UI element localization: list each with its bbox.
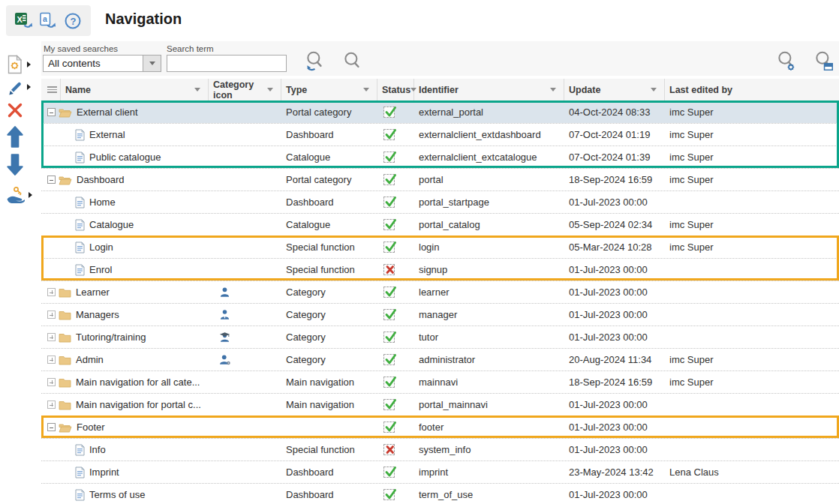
row-status-cell bbox=[377, 152, 414, 163]
row-name-cell: Learner bbox=[41, 286, 209, 298]
new-item-button[interactable] bbox=[6, 55, 31, 74]
document-icon bbox=[75, 129, 85, 141]
edit-button[interactable] bbox=[6, 79, 31, 95]
table-row[interactable]: Enrol Special function signup 01-Jul-202… bbox=[41, 258, 839, 280]
expand-plus-icon[interactable] bbox=[47, 310, 56, 319]
row-status-cell bbox=[377, 422, 414, 433]
filter-arrow-icon[interactable] bbox=[267, 88, 273, 92]
row-type: Dashboard bbox=[281, 489, 377, 500]
table-row[interactable]: Imprint Dashboard imprint 23-May-2024 13… bbox=[41, 460, 839, 483]
dropdown-button[interactable] bbox=[143, 56, 161, 71]
expand-plus-icon[interactable] bbox=[47, 288, 56, 296]
column-header-category-icon[interactable]: Category icon bbox=[209, 79, 281, 100]
folder-icon bbox=[59, 400, 71, 410]
table-row[interactable]: Terms of use Dashboard term_of_use 01-Ju… bbox=[41, 483, 839, 504]
table-row[interactable]: Footer footer 01-Jul-2023 00:00 bbox=[41, 416, 839, 438]
svg-text:a: a bbox=[43, 14, 47, 23]
row-update: 23-May-2024 13:42 bbox=[564, 466, 665, 478]
row-update: 01-Jul-2023 00:00 bbox=[564, 286, 665, 298]
column-header-handle[interactable] bbox=[41, 79, 61, 100]
row-identifier: administrator bbox=[414, 354, 564, 365]
filter-arrow-icon[interactable] bbox=[651, 88, 657, 92]
folder-icon bbox=[59, 332, 71, 343]
table-row[interactable]: External client Portal category external… bbox=[41, 100, 839, 123]
collapse-minus-icon[interactable] bbox=[47, 108, 56, 116]
document-icon bbox=[75, 219, 85, 231]
permissions-button[interactable] bbox=[6, 186, 32, 204]
row-identifier: externalclient_extcatalogue bbox=[414, 152, 564, 163]
table-row[interactable]: Main navigation for portal c... Main nav… bbox=[41, 393, 839, 416]
saved-searches-value: All contents bbox=[44, 58, 143, 69]
column-header-name[interactable]: Name bbox=[61, 79, 209, 100]
row-name-cell: Admin bbox=[41, 354, 209, 365]
status-active-icon bbox=[383, 242, 395, 253]
column-header-type[interactable]: Type bbox=[281, 79, 377, 100]
row-status-cell bbox=[377, 332, 414, 343]
collapse-minus-icon[interactable] bbox=[47, 423, 56, 431]
highlight-group: Login Special function login 05-Mar-2024… bbox=[41, 236, 839, 280]
table-row[interactable]: Public catalogue Catalogue externalclien… bbox=[41, 146, 839, 168]
column-header-identifier[interactable]: Identifier bbox=[414, 79, 564, 100]
row-name-cell: Home bbox=[41, 196, 209, 208]
filter-arrow-icon[interactable] bbox=[550, 88, 556, 92]
saved-searches-select[interactable]: All contents bbox=[43, 55, 161, 72]
document-icon bbox=[75, 196, 85, 208]
row-status-cell bbox=[377, 376, 414, 388]
expand-plus-icon[interactable] bbox=[47, 333, 56, 341]
search-panel: My saved searches All contents Search te… bbox=[41, 41, 839, 76]
row-update: 20-Aug-2024 11:34 bbox=[564, 354, 665, 365]
help-icon[interactable]: ? bbox=[62, 10, 83, 32]
table-row[interactable]: Catalogue Catalogue portal_catalog 05-Se… bbox=[41, 213, 839, 236]
delete-button[interactable] bbox=[6, 101, 24, 119]
search-term-input[interactable] bbox=[167, 55, 287, 72]
expand-plus-icon[interactable] bbox=[47, 378, 56, 386]
move-up-button[interactable] bbox=[6, 125, 24, 149]
grip-icon bbox=[47, 86, 57, 93]
move-down-button[interactable] bbox=[6, 152, 24, 176]
svg-text:?: ? bbox=[70, 15, 76, 26]
row-identifier: portal bbox=[414, 174, 564, 185]
row-update: 01-Jul-2023 00:00 bbox=[564, 332, 665, 343]
row-identifier: login bbox=[414, 242, 564, 253]
table-row[interactable]: Managers Category manager 01-Jul-2023 00… bbox=[41, 303, 839, 326]
row-name-cell: Login bbox=[41, 242, 209, 254]
table-row[interactable]: Home Dashboard portal_startpage 01-Jul-2… bbox=[41, 190, 839, 213]
search-button[interactable] bbox=[341, 50, 364, 73]
table-row[interactable]: Admin Category administrator 20-Aug-2024… bbox=[41, 348, 839, 370]
column-header-status[interactable]: Status bbox=[377, 79, 414, 100]
status-active-icon bbox=[383, 489, 395, 500]
table-row[interactable]: Dashboard Portal category portal 18-Sep-… bbox=[41, 168, 839, 190]
save-search-button[interactable] bbox=[813, 50, 835, 73]
row-status-cell bbox=[377, 466, 414, 478]
row-identifier: external_portal bbox=[414, 106, 564, 118]
reset-search-button[interactable] bbox=[304, 50, 326, 73]
column-header-update[interactable]: Update bbox=[564, 79, 665, 100]
row-type: Category bbox=[281, 309, 377, 320]
row-status-cell bbox=[377, 106, 414, 118]
row-name-cell: Terms of use bbox=[41, 489, 209, 501]
status-active-icon bbox=[383, 309, 395, 320]
table-row[interactable]: Login Special function login 05-Mar-2024… bbox=[41, 236, 839, 258]
table-row[interactable]: Info Special function system_info 01-Jul… bbox=[41, 438, 839, 460]
filter-arrow-icon[interactable] bbox=[194, 88, 200, 92]
table-body: External client Portal category external… bbox=[41, 100, 839, 504]
collapse-minus-icon[interactable] bbox=[47, 176, 56, 184]
filter-arrow-icon[interactable] bbox=[363, 88, 369, 92]
table-row[interactable]: External Dashboard externalclient_extdas… bbox=[41, 123, 839, 146]
excel-export-icon[interactable]: X bbox=[14, 10, 35, 32]
user-manager-icon bbox=[209, 309, 281, 320]
column-header-last-edited-by[interactable]: Last edited by bbox=[665, 79, 839, 100]
document-icon bbox=[75, 152, 85, 164]
row-last-edited-by: Lena Claus bbox=[665, 466, 839, 478]
expand-plus-icon[interactable] bbox=[47, 400, 56, 409]
row-name: Terms of use bbox=[89, 489, 145, 500]
table-row[interactable]: Main navigation for all cate... Main nav… bbox=[41, 370, 839, 393]
document-export-icon[interactable]: a bbox=[38, 10, 59, 32]
table-row[interactable]: Tutoring/training Category tutor 01-Jul-… bbox=[41, 326, 839, 348]
row-name: Enrol bbox=[89, 264, 112, 275]
document-icon bbox=[75, 466, 85, 478]
search-settings-button[interactable] bbox=[775, 50, 798, 73]
row-status-cell bbox=[377, 309, 414, 320]
expand-plus-icon[interactable] bbox=[47, 356, 56, 364]
table-row[interactable]: Learner Category learner 01-Jul-2023 00:… bbox=[41, 280, 839, 303]
